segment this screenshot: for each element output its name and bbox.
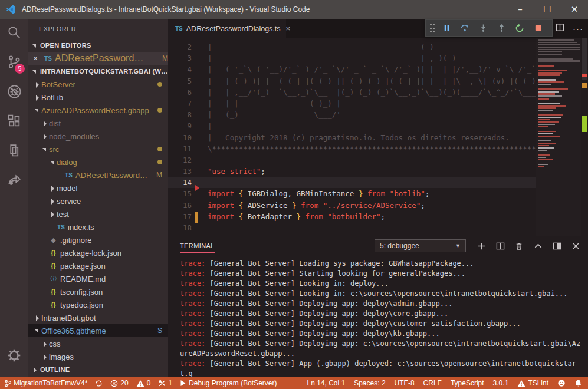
notifications-bell-icon[interactable] [574, 379, 582, 387]
git-branch-status[interactable]: MigrationToBotFmwV4* [5, 379, 87, 387]
code-line-9[interactable]: 9| [168, 120, 588, 131]
tree-item-readme-md[interactable]: ⓘREADME.md [28, 272, 168, 285]
tree-item-dialog[interactable]: dialog [28, 156, 168, 169]
code-line-12[interactable]: 12 [168, 154, 588, 166]
feedback-smiley-icon[interactable] [557, 379, 566, 387]
sync-status[interactable] [95, 380, 103, 387]
close-tab-icon[interactable]: × [286, 24, 291, 33]
tab-terminal[interactable]: TERMINAL [180, 236, 215, 255]
chevron-right-icon[interactable] [34, 81, 40, 87]
warning-count[interactable]: 0 [136, 379, 151, 387]
tree-item-office365-gbtheme[interactable]: Office365.gbthemeS [28, 324, 168, 337]
restart-button[interactable] [511, 21, 528, 35]
close-panel-icon[interactable] [569, 239, 582, 252]
stop-button[interactable] [530, 21, 546, 35]
tree-item-package-lock-json[interactable]: {}package-lock.json [28, 246, 168, 259]
maximize-button[interactable]: ☐ [534, 0, 561, 19]
chevron-down-icon[interactable] [50, 159, 55, 165]
tree-item-src[interactable]: src [28, 143, 168, 156]
chevron-right-icon[interactable] [42, 133, 48, 139]
cursor-position[interactable]: Ln 14, Col 1 [307, 379, 345, 387]
tree-item-intranetbot-gbot[interactable]: IntranetBot.gbot [28, 311, 168, 324]
workspace-header[interactable]: INTRANETBOTQUICKSTART.GBAI (WORKSPACE) [28, 65, 168, 78]
split-terminal-icon[interactable] [494, 239, 507, 252]
tree-item-tsconfig-json[interactable]: {}tsconfig.json [28, 285, 168, 298]
terminal-select[interactable]: 5: debuggee ▼ [375, 239, 466, 252]
close-icon[interactable]: × [33, 54, 42, 63]
eol-sequence[interactable]: CRLF [423, 379, 442, 387]
error-count[interactable]: 20 [110, 379, 128, 387]
code-line-18[interactable]: 18 [168, 222, 588, 233]
encoding[interactable]: UTF-8 [395, 379, 415, 387]
language-mode[interactable]: TypeScript [451, 379, 484, 387]
tasks-count[interactable]: 1 [158, 379, 172, 387]
debug-status[interactable]: Debug Program (BotServer) [180, 379, 277, 387]
indentation[interactable]: Spaces: 2 [354, 379, 385, 387]
chevron-right-icon[interactable] [42, 341, 48, 347]
code-line-17[interactable]: 17import { BotAdapter } from "botbuilder… [168, 211, 588, 222]
new-terminal-icon[interactable] [475, 239, 488, 252]
code-line-8[interactable]: 8| (_) \___/' [168, 109, 588, 120]
chevron-right-icon[interactable] [42, 120, 48, 126]
tree-item-node-modules[interactable]: node_modules [28, 130, 168, 143]
activity-gear-icon[interactable] [0, 342, 28, 369]
tree-item-images[interactable]: images [28, 350, 168, 363]
tree-item-index-ts[interactable]: TSindex.ts [28, 220, 168, 233]
close-button[interactable]: ✕ [561, 0, 588, 19]
chevron-down-icon[interactable] [34, 328, 40, 334]
terminal-output[interactable]: trace: [General Bot Server] Loading sys … [168, 255, 588, 378]
editor-scrollbar[interactable] [581, 38, 588, 236]
code-line-13[interactable]: 13"use strict"; [168, 166, 588, 177]
step-into-button[interactable] [475, 21, 491, 35]
activity-source-control-icon[interactable]: 5 [0, 48, 28, 75]
tree-item-botserver[interactable]: BotServer [28, 78, 168, 91]
code-line-14[interactable]: 14 [168, 177, 588, 188]
chevron-right-icon[interactable] [50, 198, 55, 204]
chevron-down-icon[interactable] [34, 107, 40, 113]
chevron-right-icon[interactable] [42, 354, 48, 360]
panel-position-icon[interactable] [550, 239, 563, 252]
typescript-version[interactable]: 3.0.1 [493, 379, 509, 387]
chevron-right-icon[interactable] [34, 94, 40, 100]
code-line-5[interactable]: 5| | (_) )| | ( (_| |( (_) || ( ) ( ) |(… [168, 75, 588, 87]
chevron-right-icon[interactable] [50, 185, 55, 191]
code-line-4[interactable]: 4| ( '_`\ ( '__)/'_` ) /'_ `\/' _ ` _ `\… [168, 64, 588, 75]
code-line-10[interactable]: 10| Copyright 2018 (c) pragmatismo.io. T… [168, 132, 588, 143]
maximize-panel-icon[interactable] [531, 239, 544, 252]
toolbar-drag-grip[interactable] [429, 23, 435, 34]
chevron-right-icon[interactable] [34, 315, 40, 321]
code-line-7[interactable]: 7| | | ( )_) | [168, 98, 588, 109]
chevron-down-icon[interactable] [42, 146, 48, 152]
tab-adresetpassworddialogs[interactable]: TS ADResetPasswordDialogs.ts × [168, 19, 286, 38]
code-line-11[interactable]: 11\*************************************… [168, 143, 588, 154]
tree-item-typedoc-json[interactable]: {}typedoc.json [28, 298, 168, 311]
minimap[interactable] [536, 38, 581, 236]
activity-files-icon[interactable] [0, 137, 28, 164]
step-out-button[interactable] [493, 21, 510, 35]
chevron-right-icon[interactable] [50, 211, 55, 217]
code-line-3[interactable]: 3| _ _ _ __ _ _ __ ___ ___ _ _ | ,_)(_) … [168, 52, 588, 64]
pause-button[interactable] [438, 21, 455, 35]
open-editors-header[interactable]: OPEN EDITORS [28, 39, 168, 52]
activity-share-icon[interactable] [0, 166, 28, 193]
code-line-6[interactable]: 6| | ,__/'(_) `\__,_)`\__ |(_) (_) (_)`\… [168, 87, 588, 98]
minimize-button[interactable]: – [507, 0, 534, 19]
tree-item--gitignore[interactable]: ◆.gitignore [28, 233, 168, 246]
tree-item-css[interactable]: css [28, 337, 168, 350]
tree-item-service[interactable]: service [28, 194, 168, 207]
tree-item-azureadpasswordreset-gbapp[interactable]: AzureADPasswordReset.gbapp [28, 104, 168, 117]
code-line-15[interactable]: 15import { IGBDialog, GBMinInstance } fr… [168, 188, 588, 199]
activity-debug-disabled-icon[interactable] [0, 78, 28, 105]
tslint-status[interactable]: TSLint [517, 379, 548, 387]
code-line-16[interactable]: 16import { ADService } from "../service/… [168, 200, 588, 211]
code-editor[interactable]: 2| ( )_ _3| _ _ _ __ _ _ __ ___ ___ _ _ … [168, 38, 588, 236]
tree-item-adresetpassworddialogs-ts[interactable]: TSADResetPasswordDialogs.tsM [28, 169, 168, 182]
more-actions-icon[interactable]: ··· [573, 24, 583, 34]
split-editor-icon[interactable] [556, 23, 564, 34]
tree-item-dist[interactable]: dist [28, 117, 168, 130]
kill-terminal-icon[interactable] [513, 239, 525, 252]
open-editor-item[interactable]: × TS ADResetPasswordDialogs.ts M [28, 52, 168, 65]
outline-header[interactable]: OUTLINE [28, 363, 168, 376]
tree-item-test[interactable]: test [28, 207, 168, 220]
tree-item-botlib[interactable]: BotLib [28, 91, 168, 104]
